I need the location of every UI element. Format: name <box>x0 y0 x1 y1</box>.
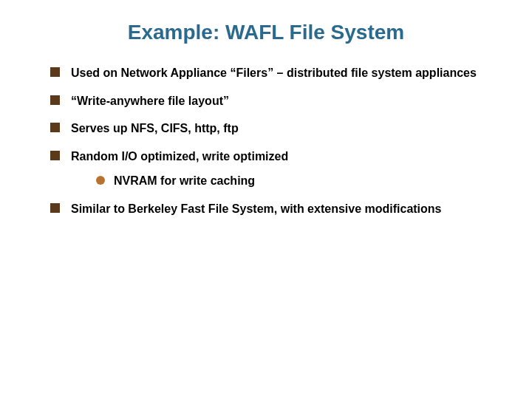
bullet-item: Used on Network Appliance “Filers” – dis… <box>50 65 502 81</box>
bullet-item: Serves up NFS, CIFS, http, ftp <box>50 120 502 137</box>
sub-bullet-item: NVRAM for write caching <box>96 173 502 189</box>
slide: Example: WAFL File System Used on Networ… <box>0 0 532 399</box>
bullet-text: Random I/O optimized, write optimized <box>71 150 288 163</box>
bullet-item: Similar to Berkeley Fast File System, wi… <box>50 201 502 217</box>
slide-title: Example: WAFL File System <box>30 21 502 44</box>
bullet-list: Used on Network Appliance “Filers” – dis… <box>50 65 502 217</box>
sub-bullet-list: NVRAM for write caching <box>96 173 502 189</box>
bullet-item: Random I/O optimized, write optimized NV… <box>50 149 502 189</box>
bullet-item: “Write-anywhere file layout” <box>50 93 502 109</box>
